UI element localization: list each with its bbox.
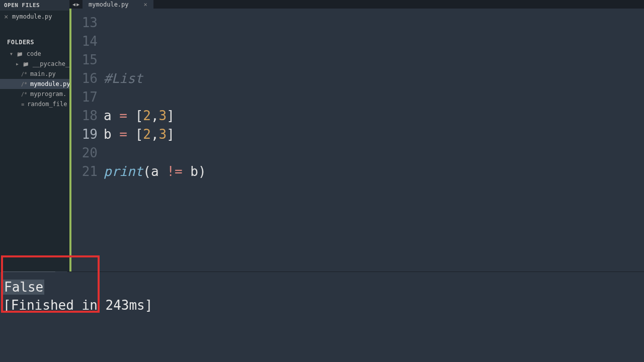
folders-header: FOLDERS xyxy=(0,23,69,48)
file-mymodule[interactable]: /* mymodule.py xyxy=(0,79,69,89)
file-label: random_file xyxy=(27,101,67,108)
code-line[interactable]: print(a != b) xyxy=(104,162,644,181)
code-line[interactable]: a = [2,3] xyxy=(104,107,644,125)
line-number: 19 xyxy=(71,125,98,144)
file-label: mymodule.py xyxy=(30,80,69,87)
folder-tree: code __pycache__ /* main.py /* mymodule.… xyxy=(0,48,69,110)
folder-icon xyxy=(17,50,25,57)
tab-bar: ◀ ▶ mymodule.py × xyxy=(69,0,644,9)
sidebar: OPEN FILES mymodule.py FOLDERS code __py… xyxy=(0,0,69,272)
line-number: 14 xyxy=(71,32,98,51)
editor[interactable]: 131415161718192021 #Lista = [2,3]b = [2,… xyxy=(69,9,644,272)
folder-root[interactable]: code xyxy=(0,49,69,59)
line-number: 16 xyxy=(71,69,98,88)
nav-next-icon[interactable]: ▶ xyxy=(76,2,79,7)
line-number: 15 xyxy=(71,51,98,69)
open-file-name: mymodule.py xyxy=(12,13,52,20)
line-number: 20 xyxy=(71,144,98,162)
line-number: 21 xyxy=(71,162,98,181)
file-main[interactable]: /* main.py xyxy=(0,69,69,79)
tab-label: mymodule.py xyxy=(89,1,128,8)
file-icon: /* xyxy=(21,71,27,77)
file-icon: ≡ xyxy=(21,102,24,107)
tab-active[interactable]: mymodule.py × xyxy=(83,0,153,9)
folder-pycache[interactable]: __pycache__ xyxy=(0,59,69,69)
code-line[interactable]: b = [2,3] xyxy=(104,125,644,144)
output-text: False [Finished in 243ms] xyxy=(0,272,644,320)
folder-label: __pycache__ xyxy=(33,60,69,67)
file-label: myprogram. xyxy=(30,90,66,98)
tab-nav: ◀ ▶ xyxy=(69,2,83,7)
code-line[interactable] xyxy=(104,88,644,107)
line-number: 13 xyxy=(71,14,98,32)
folder-icon xyxy=(23,60,31,67)
open-files-header: OPEN FILES xyxy=(0,0,69,11)
open-file-item[interactable]: mymodule.py xyxy=(0,11,69,23)
file-icon: /* xyxy=(21,81,27,87)
code-line[interactable] xyxy=(104,51,644,69)
code-area[interactable]: #Lista = [2,3]b = [2,3]print(a != b) xyxy=(104,9,644,272)
code-line[interactable]: #List xyxy=(104,69,644,88)
code-line[interactable] xyxy=(104,14,644,32)
output-finished: [Finished in 243ms] xyxy=(3,296,641,314)
file-random[interactable]: ≡ random_file xyxy=(0,99,69,109)
output-panel: False [Finished in 243ms] xyxy=(0,272,644,362)
close-icon[interactable]: × xyxy=(144,1,147,8)
line-number: 18 xyxy=(71,107,98,125)
line-number: 17 xyxy=(71,88,98,107)
file-icon: /* xyxy=(21,92,27,97)
file-myprogram[interactable]: /* myprogram. xyxy=(0,89,69,99)
output-result: False xyxy=(3,280,44,295)
file-label: main.py xyxy=(30,70,56,77)
nav-prev-icon[interactable]: ◀ xyxy=(72,2,75,7)
code-line[interactable] xyxy=(104,32,644,51)
line-gutter: 131415161718192021 xyxy=(71,9,104,272)
code-line[interactable] xyxy=(104,144,644,162)
folder-label: code xyxy=(27,50,41,57)
